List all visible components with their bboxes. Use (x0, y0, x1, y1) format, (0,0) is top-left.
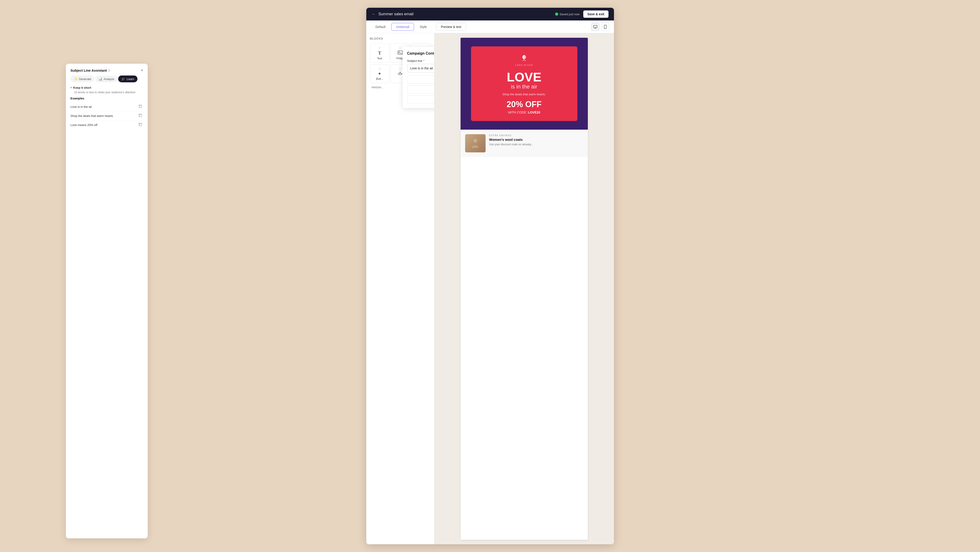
assistant-title: Subject Line Assistant (70, 69, 107, 72)
svg-point-10 (398, 73, 399, 74)
drag-handle: ⣿ (399, 47, 401, 49)
assistant-tabs: ✨ Generate 📊 Analyze 🎓 Learn (70, 75, 143, 82)
svg-rect-0 (593, 26, 597, 28)
extras-content: EXTRA SAVINGS Women's wool coats Use you… (489, 134, 583, 146)
example-text-2: Shop the deals that warm hearts (70, 114, 113, 118)
svg-point-2 (605, 28, 606, 28)
section-desc: 10 words or less to retain your audience… (74, 91, 143, 94)
placeholder-field-2 (407, 85, 434, 94)
dynamic-icon (398, 72, 402, 77)
analyze-icon: 📊 (99, 77, 102, 81)
example-text-3: Love means 20% off (70, 123, 97, 127)
generate-label: Generate (79, 77, 91, 81)
more-fields (407, 75, 434, 104)
mobile-icon (604, 25, 607, 29)
email-extras-section: EXTRA SAVINGS Women's wool coats Use you… (461, 130, 588, 157)
generate-icon: ✨ (74, 77, 78, 81)
code-prefix: WITH CODE: (508, 110, 527, 114)
svg-point-11 (401, 73, 402, 74)
logo-text: LOGO PLACE (515, 64, 533, 66)
subject-line-input-row: ☺ ✦ (407, 64, 434, 73)
image-icon (398, 51, 402, 55)
button-icon: ✦ (378, 72, 382, 76)
subject-line-label: Subject line * (407, 59, 434, 62)
placeholder-field-1 (407, 75, 434, 83)
extras-image (465, 134, 485, 152)
header-right: ✓ Saved just now Save & exit (555, 10, 608, 18)
desktop-icon (593, 25, 597, 29)
svg-rect-16 (140, 105, 142, 108)
campaign-panel: Campaign Content Subject line * ☺ ✦ (402, 47, 434, 108)
block-item-text[interactable]: ⣿ T Text (370, 43, 390, 62)
copy-icon-1 (138, 105, 142, 108)
example-item-3: Love means 20% off (70, 121, 143, 129)
text-icon: T (378, 51, 381, 56)
subject-line-assistant-panel: Subject Line Assistant ℹ × ✨ Generate 📊 … (66, 64, 148, 538)
sidebar: Blocks ⣿ T Text ⣿ (366, 33, 434, 544)
extras-desc: Use your discount code on already... (489, 143, 583, 146)
hero-big-text: LOVE (476, 71, 572, 83)
tab-bar: Default Universal Style Preview & test (366, 21, 614, 33)
extras-small-label: EXTRA SAVINGS (489, 134, 583, 137)
example-text-1: Love is in the air (70, 105, 92, 108)
logo-area: LOGO PLACE (476, 53, 572, 66)
info-icon[interactable]: ℹ (108, 69, 110, 72)
section-title: Keep it short (73, 86, 91, 89)
app-window: ← Summer sales email ✓ Saved just now Sa… (366, 8, 614, 544)
examples-label: Examples (70, 97, 143, 100)
back-icon[interactable]: ← (372, 12, 376, 17)
copy-button-3[interactable] (138, 122, 143, 128)
view-toggle (591, 23, 609, 31)
svg-rect-18 (140, 124, 142, 126)
saved-indicator: ✓ Saved just now (555, 13, 580, 16)
save-exit-button[interactable]: Save & exit (583, 10, 608, 18)
tab-learn[interactable]: 🎓 Learn (118, 75, 137, 82)
svg-point-12 (400, 72, 401, 73)
email-preview: LOGO PLACE LOVE is in the air Shop the d… (461, 38, 588, 540)
svg-point-15 (474, 139, 477, 143)
tab-universal[interactable]: Universal (391, 23, 414, 31)
block-item-button[interactable]: ⣿ ✦ Butt... (370, 64, 390, 83)
header-left: ← Summer sales email (372, 12, 414, 17)
tab-analyze[interactable]: 📊 Analyze (95, 75, 117, 82)
svg-point-9 (399, 73, 401, 75)
hero-desc-text: Shop the deals that warm hearts. (476, 93, 572, 96)
svg-point-4 (399, 51, 400, 52)
tab-preview[interactable]: Preview & test (436, 23, 466, 31)
code-value: LOVE20 (528, 110, 540, 114)
main-layout: Blocks ⣿ T Text ⣿ (366, 33, 614, 544)
mobile-view-button[interactable] (601, 23, 609, 31)
tab-generate[interactable]: ✨ Generate (70, 75, 94, 82)
example-item-2: Shop the deals that warm hearts (70, 112, 143, 121)
drag-handle: ⣿ (379, 47, 380, 49)
extras-title: Women's wool coats (489, 137, 583, 142)
example-item-1: Love is in the air (70, 102, 143, 112)
learn-icon: 🎓 (121, 77, 125, 81)
subject-line-input[interactable] (407, 64, 434, 72)
placeholder-field-3 (407, 95, 434, 104)
discount-text: 20% OFF (476, 100, 572, 109)
drag-handle: ⣿ (399, 68, 401, 70)
learn-label: Learn (127, 77, 134, 81)
page-title: Summer sales email (379, 12, 414, 16)
chevron-icon: ▾ (70, 86, 72, 89)
campaign-title: Campaign Content (407, 51, 434, 56)
email-hero-section: LOGO PLACE LOVE is in the air Shop the d… (461, 38, 588, 130)
svg-rect-17 (140, 115, 142, 117)
saved-dot-icon: ✓ (555, 13, 558, 16)
assistant-header: Subject Line Assistant ℹ × (70, 68, 143, 72)
hero-sub-text: is in the air (476, 83, 572, 90)
tab-style[interactable]: Style (415, 23, 431, 31)
required-indicator: * (423, 59, 425, 62)
copy-button-2[interactable] (138, 113, 143, 119)
copy-button-1[interactable] (138, 104, 143, 110)
code-text: WITH CODE: LOVE20 (476, 110, 572, 114)
close-assistant-button[interactable]: × (141, 68, 143, 72)
copy-icon-3 (138, 123, 142, 126)
block-label-button: Butt... (376, 77, 383, 80)
desktop-view-button[interactable] (591, 23, 600, 31)
section-header[interactable]: ▾ Keep it short (70, 86, 143, 89)
tab-default[interactable]: Default (371, 23, 390, 31)
preview-area: LOGO PLACE LOVE is in the air Shop the d… (434, 33, 614, 544)
logo-icon (520, 53, 528, 63)
